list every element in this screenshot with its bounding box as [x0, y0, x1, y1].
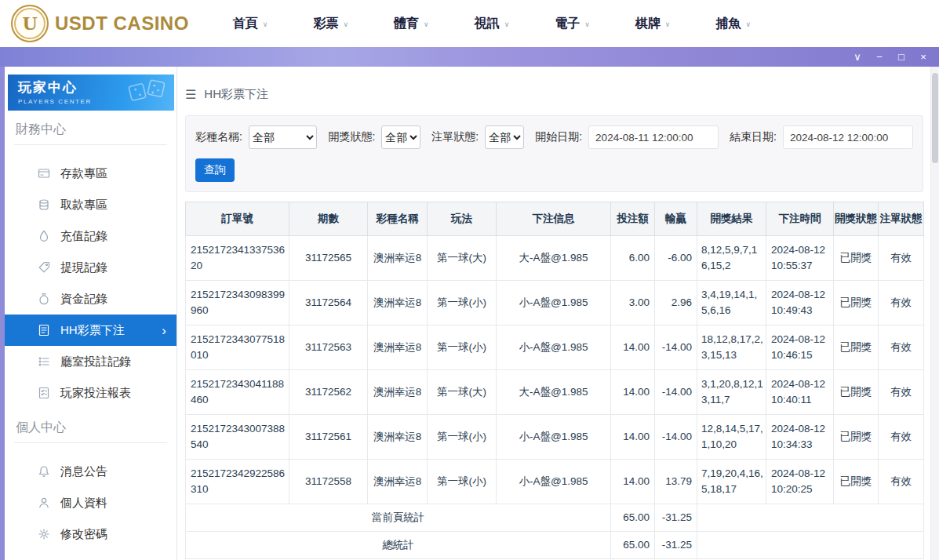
nav-item-6[interactable]: 捕魚∨: [715, 16, 751, 32]
summary-label: 當前頁統計: [186, 504, 611, 532]
gear-icon: [38, 528, 50, 540]
table-row: 215217234300738854031172561澳洲幸运8第一球(小)小-…: [186, 415, 924, 460]
person-icon: [38, 496, 50, 509]
search-button[interactable]: 查詢: [195, 158, 235, 182]
sidebar-item[interactable]: 廳室投註記錄: [5, 346, 177, 377]
draw-status-select[interactable]: 全部: [381, 125, 420, 149]
table-cell: 第一球(小): [428, 325, 497, 370]
sidebar-item[interactable]: 提現記錄: [5, 252, 177, 283]
vertical-scrollbar[interactable]: [930, 67, 939, 560]
table-cell: 31172558: [289, 460, 368, 504]
nav-item-label: 體育: [394, 16, 419, 32]
chevron-down-icon: ∨: [263, 19, 268, 28]
start-date-input[interactable]: [588, 125, 719, 149]
logo-monogram: U: [22, 13, 37, 34]
table-cell: 2024-08-12 10:49:43: [766, 281, 834, 325]
chevron-down-icon: ∨: [584, 19, 590, 28]
summary-row: 當前頁統計65.00-31.25: [186, 504, 924, 532]
menu-toggle-icon[interactable]: ☰: [185, 87, 196, 102]
summary-empty-cell: [697, 532, 924, 559]
table-cell: 2152172343098399960: [186, 281, 289, 325]
table-cell: 第一球(小): [428, 460, 497, 504]
table-cell: 2024-08-12 10:40:11: [766, 370, 834, 415]
end-date-input[interactable]: [783, 125, 913, 149]
sidebar-item[interactable]: 個人資料: [5, 487, 177, 518]
nav-item-2[interactable]: 體育∨: [394, 16, 429, 32]
window-collapse-button[interactable]: ∨: [848, 47, 867, 67]
table-cell: -14.00: [655, 370, 697, 415]
sidebar-item[interactable]: HH彩票下注›: [5, 315, 177, 346]
col-header-bet-time: 下注時間: [766, 202, 834, 236]
table-cell: -14.00: [655, 325, 697, 370]
top-navigation: U USDT CASINO 首頁∨彩票∨體育∨視訊∨電子∨棋牌∨捕魚∨: [0, 0, 939, 47]
main-content: ☰ HH彩票下注 彩種名稱: 全部 開獎狀態: 全部 注單狀態: 全部 開始日期…: [177, 67, 931, 560]
window-close-button[interactable]: ×: [914, 47, 933, 67]
nav-item-4[interactable]: 電子∨: [555, 16, 590, 32]
sidebar-item[interactable]: 存款專區: [5, 158, 177, 189]
lottery-select[interactable]: 全部: [249, 125, 318, 149]
table-cell: 31172564: [289, 281, 368, 325]
table-cell: 18,12,8,17,2,3,15,13: [697, 325, 766, 370]
col-header-period: 期數: [289, 202, 368, 236]
sidebar: 玩家中心 PLAYERS CENTER 財務中心存款專區取款專區充值記錄提現記錄…: [5, 67, 177, 560]
sidebar-item[interactable]: 消息公告: [5, 456, 177, 487]
nav-item-0[interactable]: 首頁∨: [233, 16, 268, 32]
table-cell: 澳洲幸运8: [368, 325, 428, 370]
filter-row: 彩種名稱: 全部 開獎狀態: 全部 注單狀態: 全部 開始日期: 結束日期:: [195, 125, 913, 149]
sidebar-item[interactable]: 充值記錄: [5, 220, 177, 252]
table-body: 21521723413375362031172565澳洲幸运8第一球(大)大-A…: [186, 236, 924, 559]
table-cell: 有效: [879, 325, 924, 370]
card-icon: [38, 167, 50, 180]
brand-logo[interactable]: U USDT CASINO: [11, 5, 189, 42]
nav-item-label: 捕魚: [715, 16, 741, 32]
table-header-row: 訂單號 期數 彩種名稱 玩法 下注信息 投注額 輸贏 開獎結果 下注時間 開獎狀…: [186, 202, 924, 236]
table-cell: 14.00: [611, 370, 655, 415]
order-status-select[interactable]: 全部: [485, 125, 524, 149]
summary-bet-total: 65.00: [611, 504, 655, 532]
table-row: 215217234307751801031172563澳洲幸运8第一球(小)小-…: [186, 325, 924, 370]
table-cell: 已開獎: [834, 325, 879, 370]
sidebar-item-label: 個人資料: [60, 496, 107, 511]
table-cell: 2152172343077518010: [186, 325, 289, 370]
table-cell: 2024-08-12 10:55:37: [766, 236, 834, 281]
sidebar-item[interactable]: 修改密碼: [5, 518, 177, 550]
table-cell: 2024-08-12 10:46:15: [766, 325, 834, 370]
screen: U USDT CASINO 首頁∨彩票∨體育∨視訊∨電子∨棋牌∨捕魚∨ ∨ − …: [0, 0, 939, 560]
nav-item-3[interactable]: 視訊∨: [475, 16, 510, 32]
sidebar-item-label: 消息公告: [60, 464, 107, 479]
scrollbar-thumb[interactable]: [932, 73, 938, 163]
summary-winloss-total: -31.25: [655, 504, 697, 532]
table-cell: 有效: [879, 370, 924, 415]
breadcrumb: ☰ HH彩票下注: [185, 67, 923, 104]
summary-label: 總統計: [186, 532, 611, 559]
window-minimize-button[interactable]: −: [870, 47, 889, 67]
table-cell: 2024-08-12 10:34:33: [766, 415, 834, 460]
sidebar-item[interactable]: 取款專區: [5, 189, 177, 220]
table-cell: -6.00: [655, 236, 697, 281]
sidebar-section-title: 財務中心: [14, 122, 167, 145]
table-cell: 有效: [879, 281, 924, 325]
window-maximize-button[interactable]: □: [892, 47, 911, 67]
table-cell: 第一球(小): [428, 281, 497, 325]
chevron-down-icon: ∨: [665, 19, 671, 28]
nav-item-label: 視訊: [475, 16, 500, 32]
col-header-draw-result: 開獎結果: [697, 202, 766, 236]
table-cell: 有效: [879, 460, 924, 504]
sidebar-item[interactable]: 玩家投注報表: [5, 377, 177, 409]
table-row: 21521723413375362031172565澳洲幸运8第一球(大)大-A…: [186, 236, 924, 281]
start-date-label: 開始日期:: [535, 130, 582, 144]
table-cell: 13.79: [655, 460, 697, 504]
table-cell: 已開獎: [834, 415, 879, 460]
window-controls: ∨ − □ ×: [848, 47, 933, 67]
sidebar-item-label: 充值記錄: [60, 229, 107, 244]
table-cell: 有效: [879, 236, 924, 281]
bets-table: 訂單號 期數 彩種名稱 玩法 下注信息 投注額 輸贏 開獎結果 下注時間 開獎狀…: [185, 202, 924, 559]
nav-item-1[interactable]: 彩票∨: [313, 16, 348, 32]
table-cell: 3,4,19,14,1,5,6,16: [697, 281, 766, 325]
sidebar-item[interactable]: 資金記錄: [5, 283, 177, 315]
sidebar-menu: 存款專區取款專區充值記錄提現記錄資金記錄HH彩票下注›廳室投註記錄玩家投注報表: [5, 145, 177, 409]
table-cell: 小-A盤@1.985: [497, 460, 611, 504]
nav-menu: 首頁∨彩票∨體育∨視訊∨電子∨棋牌∨捕魚∨: [233, 16, 751, 32]
nav-item-5[interactable]: 棋牌∨: [635, 16, 671, 32]
table-cell: 大-A盤@1.985: [497, 236, 611, 281]
